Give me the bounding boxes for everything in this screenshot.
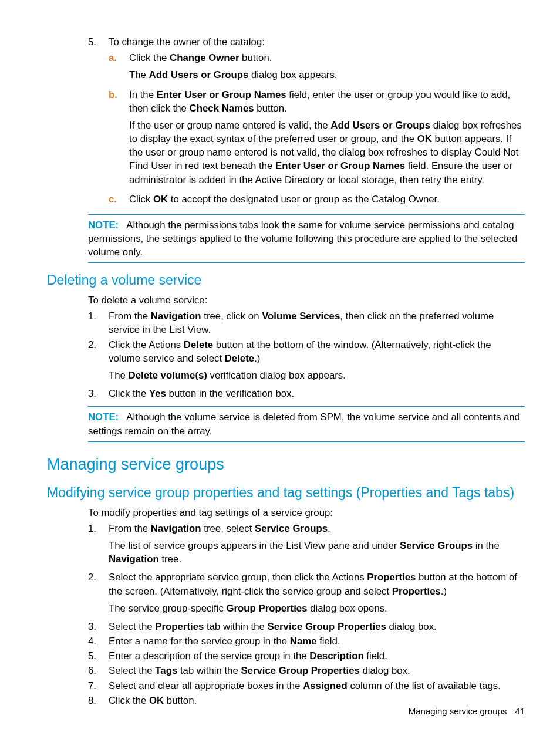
heading-managing-service-groups: Managing service groups [47,454,525,475]
intro-text: To modify properties and tag settings of… [88,506,525,519]
step-number: 5. [88,35,109,208]
note-box: NOTE: Although the volume service is del… [88,406,525,441]
page-number: 41 [515,706,525,716]
step-list: 5. To change the owner of the catalog: a… [88,35,525,208]
step-number: 2. [88,571,109,619]
substep-line: The Add Users or Groups dialog box appea… [129,68,525,82]
substep-c: c. Click OK to accept the designated use… [109,193,525,206]
step-number: 6. [88,664,109,677]
step-number: 8. [88,694,109,707]
step-3: 3. Click the Yes button in the verificat… [88,387,525,400]
footer-text: Managing service groups [409,706,507,716]
step-2: 2. Click the Actions Delete button at th… [88,338,525,386]
step-3: 3. Select the Properties tab within the … [88,620,525,633]
step-text: The Delete volume(s) verification dialog… [109,369,525,382]
step-5: 5. Enter a description of the service gr… [88,649,525,663]
step-number: 3. [88,620,109,633]
step-number: 4. [88,634,109,648]
step-text: Click the Yes button in the verification… [109,387,525,400]
step-text: Select the Properties tab within the Ser… [109,620,525,633]
step-list: 1. From the Navigation tree, click on Vo… [88,309,525,400]
substep-marker: a. [109,51,129,85]
step-text: Enter a name for the service group in th… [109,634,525,648]
intro-text: To delete a volume service: [88,293,525,307]
substep-line: In the Enter User or Group Names field, … [129,88,525,115]
step-text: From the Navigation tree, click on Volum… [109,309,525,336]
step-list: 1. From the Navigation tree, select Serv… [88,522,525,707]
substep-b: b. In the Enter User or Group Names fiel… [109,88,525,190]
step-number: 7. [88,679,109,693]
step-2: 2. Select the appropriate service group,… [88,571,525,619]
heading-modifying-service-group: Modifying service group properties and t… [47,484,525,502]
step-number: 3. [88,387,109,400]
note-label: NOTE: [88,411,119,423]
step-text: To change the owner of the catalog: [109,36,265,48]
step-4: 4. Enter a name for the service group in… [88,634,525,648]
substep-line: Click the Change Owner button. [129,51,525,65]
step-number: 5. [88,649,109,663]
page-footer: Managing service groups41 [409,706,525,718]
step-number: 1. [88,309,109,336]
step-7: 7. Select and clear all appropriate boxe… [88,679,525,693]
note-text: Although the volume service is deleted f… [88,411,520,436]
step-text: From the Navigation tree, select Service… [109,522,525,535]
heading-deleting-volume-service: Deleting a volume service [47,271,525,290]
substep-line: If the user or group name entered is val… [129,119,525,187]
document-page: 5. To change the owner of the catalog: a… [0,0,560,707]
step-text: Select the Tags tab within the Service G… [109,664,525,677]
substep-marker: c. [109,193,129,206]
step-1: 1. From the Navigation tree, click on Vo… [88,309,525,336]
step-text: The service group-specific Group Propert… [109,602,525,615]
step-number: 2. [88,338,109,386]
step-6: 6. Select the Tags tab within the Servic… [88,664,525,677]
substep-line: Click OK to accept the designated user o… [129,193,525,206]
step-1: 1. From the Navigation tree, select Serv… [88,522,525,570]
step-number: 1. [88,522,109,570]
step-text: Select the appropriate service group, th… [109,571,525,598]
note-box: NOTE: Although the permissions tabs look… [88,214,525,264]
step-text: Click the Actions Delete button at the b… [109,338,525,365]
substep-list: a. Click the Change Owner button. The Ad… [109,51,525,206]
step-5: 5. To change the owner of the catalog: a… [88,35,525,208]
step-text: The list of service groups appears in th… [109,539,525,566]
note-text: Although the permissions tabs look the s… [88,220,517,258]
step-text: Enter a description of the service group… [109,649,525,663]
step-text: Select and clear all appropriate boxes i… [109,679,525,693]
substep-a: a. Click the Change Owner button. The Ad… [109,51,525,85]
note-label: NOTE: [88,220,119,231]
substep-marker: b. [109,88,129,190]
